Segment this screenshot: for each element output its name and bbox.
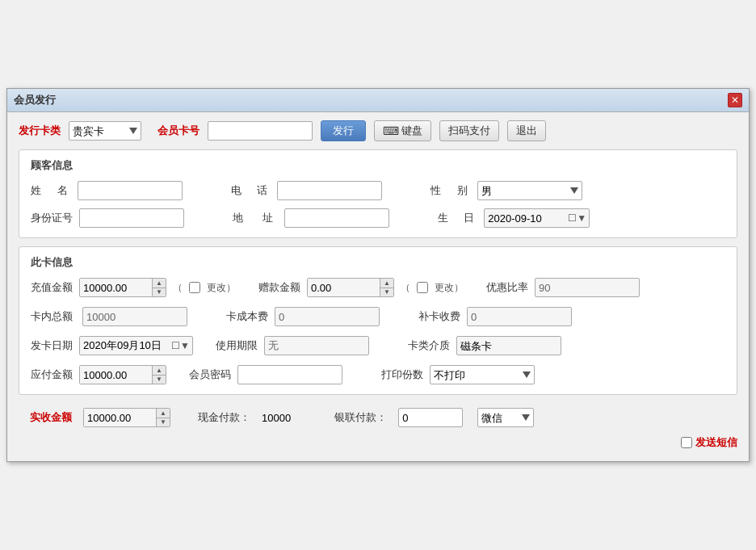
issue-type-label: 发行卡类 <box>19 124 61 138</box>
print-select[interactable]: 不打印 打印1份 打印2份 <box>430 365 535 384</box>
actual-input[interactable]: 10000.00 <box>84 409 157 426</box>
card-info-section: 此卡信息 充值金额 10000.00 ▲ ▼ （ 更改） 赠款金额 0.00 <box>19 246 737 395</box>
payable-down-btn[interactable]: ▼ <box>153 376 166 384</box>
actual-down-btn[interactable]: ▼ <box>157 418 170 427</box>
content-area: 发行卡类 贵宾卡 会员卡号 发行 ⌨ 键盘 扫码支付 退出 顾客信息 姓 名 <box>7 112 749 461</box>
member-card-input[interactable] <box>208 121 313 141</box>
payable-spinner: 10000.00 ▲ ▼ <box>79 365 166 384</box>
gender-field-group: 性 别 男 女 <box>430 181 582 200</box>
close-button[interactable]: ✕ <box>728 93 742 107</box>
bottom-bar: 实收金额 10000.00 ▲ ▼ 现金付款： 10000 银联付款： 0 微信… <box>19 403 737 435</box>
payable-up-btn[interactable]: ▲ <box>153 366 166 376</box>
address-label: 地 址 <box>233 211 281 225</box>
gender-select[interactable]: 男 女 <box>477 181 582 200</box>
name-field-group: 姓 名 <box>31 181 183 200</box>
gift-input[interactable]: 0.00 <box>308 279 380 296</box>
wechat-select[interactable]: 微信 支付宝 其他 <box>477 408 534 427</box>
top-bar: 发行卡类 贵宾卡 会员卡号 发行 ⌨ 键盘 扫码支付 退出 <box>19 120 737 141</box>
window-title: 会员发行 <box>14 93 56 107</box>
issue-button[interactable]: 发行 <box>321 120 366 141</box>
recharge-change-text: 更改） <box>207 281 236 295</box>
actual-label: 实收金额 <box>30 410 72 425</box>
phone-input[interactable] <box>277 181 382 200</box>
reissue-fee-label: 补卡收费 <box>418 309 460 324</box>
issue-date-input[interactable]: 2020年09月10日 <box>80 338 169 354</box>
recharge-up-btn[interactable]: ▲ <box>153 279 166 288</box>
recharge-down-btn[interactable]: ▼ <box>153 288 166 297</box>
issue-date-label: 发卡日期 <box>31 338 73 353</box>
payable-label: 应付金额 <box>31 367 73 382</box>
cost-label: 卡成本费 <box>226 309 268 324</box>
main-window: 会员发行 ✕ 发行卡类 贵宾卡 会员卡号 发行 ⌨ 键盘 扫码支付 退出 顾客信… <box>6 88 750 462</box>
gift-spinner: 0.00 ▲ ▼ <box>307 278 394 297</box>
send-sms-checkbox[interactable] <box>681 437 692 448</box>
issue-date-calendar-button[interactable]: ☐▼ <box>169 338 192 353</box>
valid-period-input: 无 <box>264 336 369 355</box>
union-label: 银联付款： <box>334 410 387 425</box>
gender-label: 性 别 <box>430 183 474 198</box>
actual-spinner-buttons: ▲ ▼ <box>157 409 170 426</box>
gift-up-btn[interactable]: ▲ <box>380 279 393 288</box>
birthday-input[interactable]: 2020-09-10 <box>485 211 565 226</box>
phone-label: 电 话 <box>231 183 275 198</box>
name-label: 姓 名 <box>31 183 74 198</box>
recharge-label: 充值金额 <box>31 280 73 295</box>
issue-type-select[interactable]: 贵宾卡 <box>69 121 141 141</box>
exit-button[interactable]: 退出 <box>507 120 546 141</box>
gift-change-label: （ <box>401 281 410 295</box>
gift-change-text: 更改） <box>435 281 464 295</box>
name-input[interactable] <box>78 181 183 200</box>
cash-value: 10000 <box>262 412 291 424</box>
recharge-change-check[interactable] <box>189 282 200 293</box>
member-pwd-label: 会员密码 <box>189 367 231 382</box>
member-card-label: 会员卡号 <box>158 124 200 138</box>
recharge-spinner: 10000.00 ▲ ▼ <box>79 278 166 297</box>
scan-button[interactable]: 扫码支付 <box>439 120 499 141</box>
birthday-calendar-button[interactable]: ☐▼ <box>565 211 589 225</box>
send-sms-label: 发送短信 <box>695 435 737 450</box>
recharge-input[interactable]: 10000.00 <box>80 279 153 296</box>
recharge-change-label: （ <box>173 281 183 295</box>
phone-field-group: 电 话 <box>231 181 383 200</box>
gift-spinner-buttons: ▲ ▼ <box>380 279 393 296</box>
member-pwd-input[interactable] <box>237 365 342 384</box>
cost-input: 0 <box>275 307 380 326</box>
id-field-group: 身份证号 <box>31 208 184 228</box>
discount-label: 优惠比率 <box>486 280 528 295</box>
keyboard-icon: ⌨ <box>383 124 399 137</box>
id-label: 身份证号 <box>31 211 73 225</box>
recharge-spinner-buttons: ▲ ▼ <box>153 279 166 296</box>
total-input: 10000 <box>82 307 187 326</box>
address-input[interactable] <box>284 208 389 228</box>
keyboard-button[interactable]: ⌨ 键盘 <box>374 120 431 141</box>
actual-up-btn[interactable]: ▲ <box>157 409 170 418</box>
cash-label: 现金付款： <box>198 410 250 425</box>
birthday-field-group: 生 日 2020-09-10 ☐▼ <box>438 208 590 228</box>
title-bar: 会员发行 ✕ <box>7 89 749 112</box>
card-medium-label: 卡类介质 <box>408 338 450 353</box>
gift-change-check[interactable] <box>417 282 428 293</box>
card-section-title: 此卡信息 <box>31 255 725 270</box>
valid-period-label: 使用期限 <box>216 338 258 353</box>
gift-label: 赠款金额 <box>258 280 300 295</box>
id-input[interactable] <box>79 208 184 228</box>
reissue-fee-input: 0 <box>467 307 572 326</box>
gift-down-btn[interactable]: ▼ <box>380 288 393 297</box>
discount-input: 90 <box>535 278 640 297</box>
payable-input[interactable]: 10000.00 <box>80 366 153 384</box>
payable-spinner-buttons: ▲ ▼ <box>153 366 166 384</box>
birthday-date-wrap: 2020-09-10 ☐▼ <box>484 208 590 228</box>
actual-spinner: 10000.00 ▲ ▼ <box>83 408 170 427</box>
print-label: 打印份数 <box>381 367 423 382</box>
birthday-label: 生 日 <box>438 211 481 225</box>
send-sms-row: 发送短信 <box>19 435 737 450</box>
customer-info-section: 顾客信息 姓 名 电 话 性 别 男 女 <box>19 149 737 238</box>
card-medium-select[interactable]: 磁条卡 IC卡 身份证 <box>456 336 561 355</box>
issue-date-wrap: 2020年09月10日 ☐▼ <box>79 336 193 355</box>
union-input[interactable]: 0 <box>398 408 463 427</box>
address-field-group: 地 址 <box>233 208 389 228</box>
total-label: 卡内总额 <box>31 309 73 324</box>
customer-section-title: 顾客信息 <box>31 158 725 173</box>
